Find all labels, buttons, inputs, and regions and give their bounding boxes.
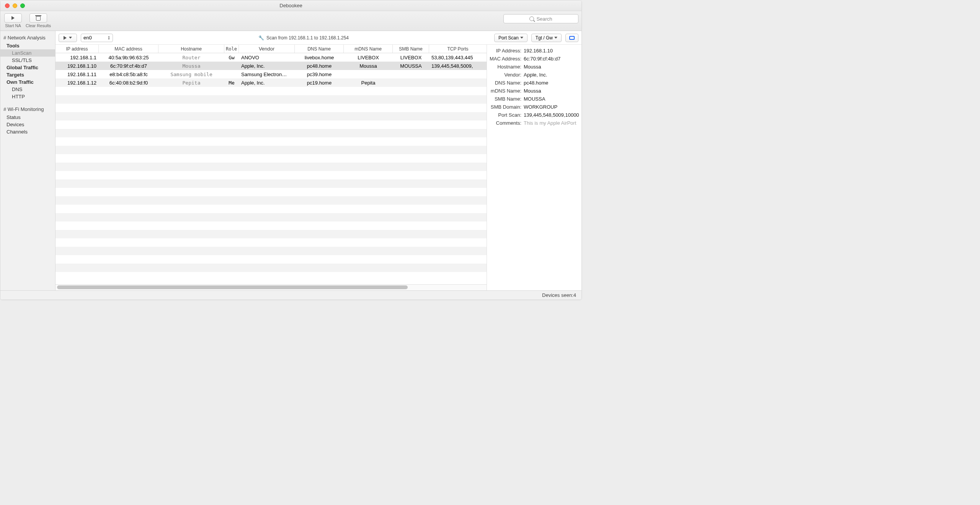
table-row — [56, 112, 487, 121]
th-dns[interactable]: DNS Name — [295, 45, 344, 53]
detail-row: MAC Address:6c:70:9f:cf:4b:d7 — [489, 56, 579, 62]
table-row — [56, 255, 487, 264]
toolbar: Start NA Clear Results Search — [0, 11, 581, 31]
table-row — [56, 95, 487, 104]
cell: Moussa — [344, 63, 393, 69]
cell: 53,80,139,443,445 — [429, 55, 487, 60]
details-pane: IP Address:192.168.1.10MAC Address:6c:70… — [487, 45, 581, 290]
detail-key: Port Scan: — [489, 112, 524, 118]
detail-key: SMB Domain: — [489, 104, 524, 110]
wrench-icon: 🔧 — [258, 35, 264, 41]
table-row — [56, 230, 487, 238]
interface-value: en0 — [83, 35, 92, 41]
table-row — [56, 154, 487, 163]
sidebar-item-targets[interactable]: Targets — [0, 71, 55, 78]
table-header: IP address MAC address Hostname Role Ven… — [56, 45, 487, 53]
clear-results-label: Clear Results — [26, 23, 51, 28]
detail-key: Vendor: — [489, 72, 524, 78]
status-bar: Devices seen: 4 — [0, 290, 581, 300]
table-row — [56, 222, 487, 230]
table-row — [56, 129, 487, 137]
details-pane-toggle[interactable] — [565, 34, 578, 42]
th-ip[interactable]: IP address — [56, 45, 99, 53]
detail-row: Vendor:Apple, Inc. — [489, 72, 579, 78]
devices-seen-count: 4 — [573, 292, 576, 298]
sidebar-item-devices[interactable]: Devices — [0, 121, 55, 128]
table-row[interactable]: 192.168.1.140:5a:9b:96:63:25RouterGwANOV… — [56, 53, 487, 62]
scrollbar-thumb[interactable] — [57, 285, 408, 289]
th-vendor[interactable]: Vendor — [239, 45, 295, 53]
detail-row: SMB Domain:WORKGROUP — [489, 104, 579, 110]
cell: 139,445,548,5009, — [429, 63, 487, 69]
scan-play-button[interactable] — [59, 34, 77, 42]
cell: Me — [224, 80, 239, 86]
sidebar-item-ssltls[interactable]: SSL/TLS — [0, 57, 55, 64]
panel-icon — [569, 36, 575, 40]
th-mdns[interactable]: mDNS Name — [344, 45, 393, 53]
chevron-down-icon — [69, 37, 72, 39]
sidebar-item-channels[interactable]: Channels — [0, 128, 55, 135]
detail-value: 139,445,548,5009,10000 — [524, 112, 579, 118]
cell: pc39.home — [295, 72, 344, 77]
clear-results-button[interactable] — [29, 13, 47, 23]
cell: pc19.home — [295, 80, 344, 86]
cell: LIVEBOX — [344, 55, 393, 60]
table-row[interactable]: 192.168.1.11e8:b4:c8:5b:a8:fcSamsung mob… — [56, 70, 487, 78]
detail-key: Hostname: — [489, 64, 524, 70]
detail-value: MOUSSA — [524, 96, 579, 102]
sidebar-item-lanscan[interactable]: LanScan — [0, 49, 55, 57]
cell: livebox.home — [295, 55, 344, 60]
sidebar-item-dns[interactable]: DNS — [0, 86, 55, 93]
table-row — [56, 163, 487, 171]
detail-row: DNS Name:pc48.home — [489, 80, 579, 86]
cell: ANOVO — [239, 55, 295, 60]
cell: Gw — [224, 55, 239, 60]
detail-value: Moussa — [524, 88, 579, 94]
stepper-icon: ▲▼ — [108, 36, 110, 40]
table-row[interactable]: 192.168.1.126c:40:08:b2:9d:f0PepitaMeApp… — [56, 78, 487, 87]
sidebar-item-tools[interactable]: Tools — [0, 42, 55, 49]
cell: Apple, Inc. — [239, 63, 295, 69]
tgt-gw-dropdown[interactable]: Tgt / Gw — [531, 34, 562, 42]
search-input[interactable]: Search — [503, 14, 578, 23]
sidebar-item-global-traffic[interactable]: Global Traffic — [0, 64, 55, 71]
trash-icon — [36, 15, 41, 21]
port-scan-dropdown[interactable]: Port Scan — [494, 34, 528, 42]
window-title: Debookee — [0, 3, 581, 8]
th-mac[interactable]: MAC address — [99, 45, 158, 53]
table-row — [56, 238, 487, 247]
cell: 40:5a:9b:96:63:25 — [99, 55, 158, 60]
detail-value: Apple, Inc. — [524, 72, 579, 78]
th-ports[interactable]: TCP Ports — [429, 45, 487, 53]
table-row — [56, 104, 487, 112]
th-smb[interactable]: SMB Name — [393, 45, 429, 53]
th-role[interactable]: Role — [224, 45, 239, 53]
interface-select[interactable]: en0▲▼ — [81, 34, 113, 42]
detail-key: DNS Name: — [489, 80, 524, 86]
sidebar-item-http[interactable]: HTTP — [0, 93, 55, 100]
cell: 6c:70:9f:cf:4b:d7 — [99, 63, 158, 69]
detail-row: Hostname:Moussa — [489, 64, 579, 70]
detail-key: Comments: — [489, 120, 524, 126]
sidebar-item-status[interactable]: Status — [0, 114, 55, 121]
table-row[interactable]: 192.168.1.106c:70:9f:cf:4b:d7MoussaApple… — [56, 62, 487, 70]
start-na-button[interactable] — [4, 13, 22, 23]
app-window: Debookee Start NA Clear Results Search #… — [0, 0, 582, 300]
horizontal-scrollbar[interactable] — [56, 284, 487, 290]
detail-value: pc48.home — [524, 80, 579, 86]
cell: Pepita — [158, 80, 224, 86]
detail-key: SMB Name: — [489, 96, 524, 102]
th-hostname[interactable]: Hostname — [158, 45, 224, 53]
cell: Moussa — [158, 63, 224, 69]
cell: e8:b4:c8:5b:a8:fc — [99, 72, 158, 77]
cell: 192.168.1.10 — [56, 63, 99, 69]
chevron-down-icon — [554, 37, 557, 39]
detail-value: This is my Apple AirPort — [524, 120, 579, 126]
table-row — [56, 179, 487, 188]
detail-row: Port Scan:139,445,548,5009,10000 — [489, 112, 579, 118]
cell: 192.168.1.12 — [56, 80, 99, 86]
hosts-table: IP address MAC address Hostname Role Ven… — [56, 45, 487, 290]
sidebar-item-own-traffic[interactable]: Own Traffic — [0, 78, 55, 86]
table-row — [56, 87, 487, 95]
cell: Samsung Electron… — [239, 72, 295, 77]
